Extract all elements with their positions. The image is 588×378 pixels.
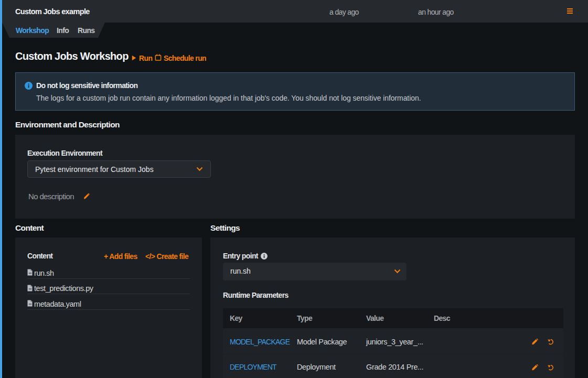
svg-text:<>: <> [28,303,31,306]
svg-text:<>: <> [28,287,31,290]
svg-text:<>: <> [28,272,31,275]
